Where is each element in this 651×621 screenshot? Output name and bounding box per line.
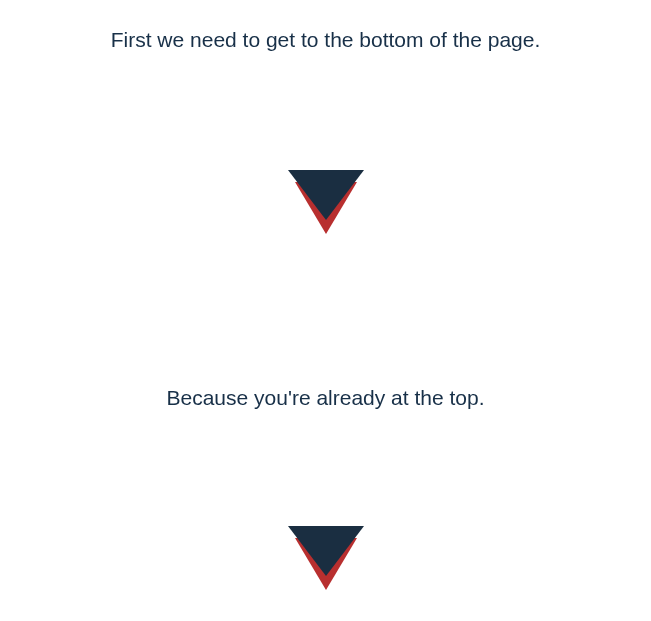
down-arrow-icon <box>276 518 376 596</box>
svg-marker-1 <box>288 170 364 220</box>
instruction-text-2: Because you're already at the top. <box>166 386 484 410</box>
svg-marker-3 <box>288 526 364 576</box>
instruction-text-1: First we need to get to the bottom of th… <box>111 28 541 52</box>
down-arrow-icon <box>276 162 376 240</box>
